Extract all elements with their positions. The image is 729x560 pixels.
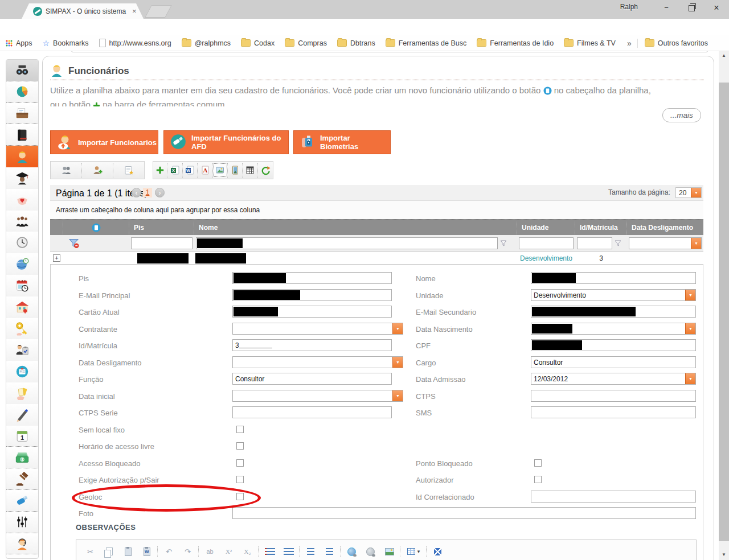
filter-funnel-icon[interactable] [500,239,507,249]
sidebar-item-pen[interactable] [6,404,38,426]
export-excel-button[interactable]: X [167,163,182,178]
copy-icon[interactable] [100,545,118,558]
sem-local-fixo-checkbox[interactable] [236,426,244,433]
header-data-desligamento[interactable]: Data Desligamento [627,220,702,235]
sidebar-item-home-map[interactable] [6,297,38,318]
minimize-button[interactable]: − [654,0,679,16]
bookmarks-shortcut[interactable]: ☆Bookmarks [43,39,89,48]
scrollbar-thumb[interactable] [719,83,729,541]
dropdown-arrow-icon[interactable]: ▼ [685,373,695,384]
export-image-button[interactable] [213,163,228,178]
superscript-icon[interactable]: X² [219,545,238,558]
header-document-cell[interactable] [63,220,129,235]
header-id-matricula[interactable]: Id/Matrícula [575,220,627,235]
bookmark-folder[interactable]: @ralphmcs [182,39,231,47]
id-correlacionado-input[interactable] [531,491,696,503]
importar-funcionarios-afd-button[interactable]: Importar Funcionários do AFD [163,130,289,154]
sidebar-item-globe-time[interactable] [6,253,38,275]
bookmark-page-link[interactable]: http://www.esns.org [99,39,171,47]
data-inicial-select[interactable]: ▼ [232,390,403,402]
sidebar-item-calendar-day[interactable]: 1 [6,426,38,447]
header-unidade[interactable]: Unidade [517,220,575,235]
data-desligamento-select[interactable]: ▼ [232,356,403,368]
sidebar-item-gavel[interactable] [6,468,38,490]
fullscreen-icon[interactable] [428,545,447,558]
dropdown-arrow-icon[interactable]: ▼ [685,323,695,334]
prev-page-button[interactable]: ‹ [132,188,141,197]
bookmark-folder[interactable]: Compras [285,39,327,47]
insert-image-icon[interactable] [380,545,399,558]
indent-icon[interactable] [301,545,320,558]
autorizador-checkbox[interactable] [534,476,542,483]
profile-name[interactable]: Ralph [620,3,638,11]
sidebar-item-key[interactable] [6,318,38,340]
importar-biometrias-button[interactable]: Importar Biometrias [293,130,391,154]
data-admissao-select[interactable]: 12/03/2012▼ [531,373,696,385]
filter-pis-input[interactable] [131,237,193,249]
exige-autorizacao-checkbox[interactable] [236,476,244,483]
sidebar-item-heart-care[interactable] [6,189,38,211]
sidebar-item-clock[interactable] [6,232,38,253]
dropdown-arrow-icon[interactable]: ▼ [685,290,695,300]
email-principal-input[interactable] [232,289,392,301]
sidebar-item-badge[interactable] [6,361,38,382]
page-size-select[interactable]: 20 ▼ [675,187,702,198]
contratante-select[interactable]: ▼ [232,323,403,335]
remove-link-icon[interactable] [361,545,380,558]
insert-table-icon[interactable]: ▾ [402,545,425,558]
sidebar-item-support[interactable] [6,533,38,555]
bookmark-folder[interactable]: Ferramentas de Idio [477,39,554,47]
outdent-icon[interactable] [320,545,339,558]
filter-nome-input[interactable] [196,237,498,249]
bullet-list-icon[interactable] [279,545,298,558]
bookmark-folder[interactable]: Codax [241,39,275,47]
browser-tab[interactable]: SIMPAX - O único sistema × [22,3,144,19]
sidebar-item-pendrive[interactable] [6,490,38,512]
refresh-button[interactable] [258,163,273,178]
sidebar-item-cards[interactable] [6,382,38,404]
dropdown-arrow-icon[interactable]: ▼ [392,357,403,368]
cpf-input[interactable] [531,339,696,351]
new-tab-button[interactable] [145,5,172,18]
sidebar-item-inbox[interactable] [6,103,38,125]
filter-data-desligamento-input[interactable]: ▼ [629,237,702,249]
sidebar-item-dashboard[interactable] [6,81,38,103]
email-secundario-input[interactable] [531,306,696,318]
sidebar-item-team[interactable] [6,211,38,232]
cut-icon[interactable]: ✂ [81,545,100,558]
cargo-input[interactable]: Consultor [531,356,696,368]
sidebar-item-evaluation[interactable] [6,339,38,361]
employee-row[interactable]: + Desenvolvimento 3 [50,252,703,265]
observacoes-editor[interactable]: ✂ W ↶ ↷ ab X² X₂ ▾ [76,540,697,560]
other-favorites-folder[interactable]: Outros favoritos [645,39,708,47]
header-nome[interactable]: Nome [194,220,517,235]
dropdown-arrow-icon[interactable]: ▼ [691,238,701,249]
header-pis[interactable]: Pis [129,220,194,235]
paste-from-word-icon[interactable]: W [137,545,156,558]
sidebar-item-funcionarios[interactable] [6,146,38,167]
tab-close-icon[interactable]: × [132,7,137,15]
export-portrait-button[interactable] [228,163,243,178]
scroll-up-icon[interactable]: ▲ [719,51,729,60]
paste-icon[interactable] [118,545,137,558]
filter-funnel-icon[interactable] [615,239,621,249]
apps-shortcut[interactable]: Apps [6,39,32,47]
bookmark-folder[interactable]: Ferramentas de Busc [386,39,467,47]
scroll-down-icon[interactable]: ▼ [719,550,729,559]
importar-funcionarios-button[interactable]: Importar Funcionarios [50,130,158,154]
page-number-1[interactable]: 1 [143,188,152,197]
ordered-list-icon[interactable] [260,545,279,558]
sidebar-item-settings[interactable] [6,512,38,533]
dropdown-arrow-icon[interactable]: ▼ [691,188,701,197]
insert-link-icon[interactable] [342,545,361,558]
redo-icon[interactable]: ↷ [178,545,197,558]
column-chooser-button[interactable] [243,163,257,178]
bookmark-folder[interactable]: Filmes & TV [564,39,616,47]
group-by-bar[interactable]: Arraste um cabeçalho de coluna aqui para… [50,201,703,219]
next-page-button[interactable]: › [155,188,165,197]
add-new-button[interactable] [153,163,167,178]
filter-id-input[interactable] [577,237,612,249]
ctps-input[interactable] [531,390,696,402]
ponto-bloqueado-checkbox[interactable] [534,459,542,467]
data-nascimento-select[interactable]: ▼ [531,323,696,335]
